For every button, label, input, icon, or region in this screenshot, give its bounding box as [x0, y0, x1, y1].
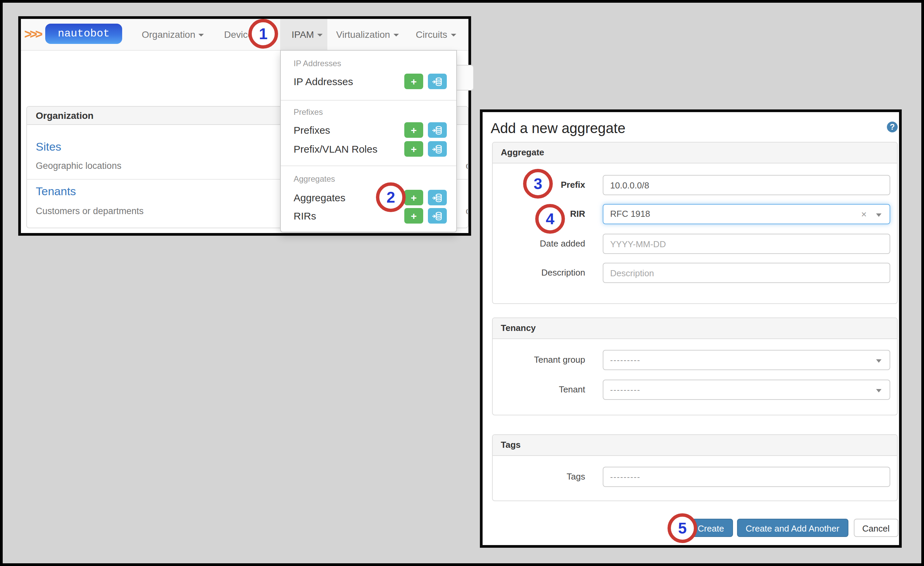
sites-link[interactable]: Sites — [36, 140, 62, 154]
menu-item-prefixes[interactable]: Prefixes + — [294, 121, 456, 139]
rir-select[interactable]: RFC 1918 × — [603, 204, 890, 224]
add-button[interactable]: + — [404, 122, 423, 138]
tenants-description: Customers or departments — [36, 206, 144, 216]
import-button[interactable] — [428, 208, 447, 224]
add-button[interactable]: + — [404, 141, 423, 157]
import-button[interactable] — [428, 122, 447, 138]
chevron-down-icon — [317, 34, 322, 37]
clear-selection-icon[interactable]: × — [861, 205, 867, 224]
truncated-text-fragment: on — [466, 206, 468, 216]
chevron-down-icon — [199, 34, 204, 37]
tenancy-section-title: Tenancy — [493, 318, 897, 339]
nautobot-chevrons-icon: >>> — [24, 19, 41, 50]
menu-item-rirs[interactable]: RIRs + — [294, 207, 456, 225]
description-field[interactable] — [603, 263, 890, 283]
ipam-dropdown-menu: IP Addresses IP Addresses + Prefixes Pre… — [280, 50, 457, 232]
tags-section: Tags Tags --------- — [492, 434, 898, 501]
truncated-text-fragment: or — [466, 161, 468, 171]
menu-section-header: IP Addresses — [294, 57, 456, 70]
tenant-select[interactable]: --------- — [603, 379, 890, 400]
nav-item-ipam[interactable]: IPAM — [292, 19, 322, 50]
date-added-label: Date added — [493, 234, 585, 254]
description-label: Description — [493, 263, 585, 283]
plus-icon: + — [411, 211, 417, 221]
plus-icon: + — [411, 144, 417, 154]
step-badge-3: 3 — [523, 169, 553, 199]
chevron-down-icon[interactable] — [876, 389, 882, 393]
add-button[interactable]: + — [404, 208, 423, 224]
menu-item-prefix-vlan-roles[interactable]: Prefix/VLAN Roles + — [294, 140, 456, 158]
help-icon[interactable]: ? — [887, 122, 898, 132]
database-import-icon — [432, 192, 443, 203]
import-button[interactable] — [428, 74, 447, 89]
menu-section-header: Prefixes — [294, 105, 456, 119]
tags-label: Tags — [493, 467, 585, 487]
nautobot-navbar: >>> nautobot Organization Devices IPAM V… — [21, 19, 468, 51]
tags-section-title: Tags — [493, 435, 897, 456]
chevron-down-icon[interactable] — [876, 214, 882, 217]
plus-icon: + — [411, 125, 417, 135]
add-button[interactable]: + — [404, 74, 423, 89]
aggregate-section-title: Aggregate — [493, 143, 897, 163]
chevron-down-icon[interactable] — [876, 359, 882, 363]
add-aggregate-button[interactable]: + — [404, 190, 423, 205]
tenant-group-selected-value: --------- — [610, 355, 640, 365]
tenant-selected-value: --------- — [610, 385, 640, 394]
menu-item-aggregates[interactable]: Aggregates + — [294, 188, 456, 207]
menu-divider — [281, 100, 456, 101]
rir-selected-value: RFC 1918 — [610, 209, 650, 219]
tags-input[interactable]: --------- — [603, 467, 890, 487]
screenshot-canvas: Organization Sites Geographic locations … — [0, 0, 924, 566]
date-added-field[interactable] — [603, 234, 890, 254]
page-title: Add a new aggregate — [490, 120, 626, 137]
database-import-icon — [432, 143, 443, 154]
sites-description: Geographic locations — [36, 161, 122, 171]
step-badge-1: 1 — [248, 19, 278, 49]
database-import-icon — [432, 211, 443, 221]
tenant-label: Tenant — [493, 379, 585, 400]
import-button[interactable] — [428, 141, 447, 157]
nav-item-circuits[interactable]: Circuits — [416, 19, 456, 50]
cancel-button[interactable]: Cancel — [854, 519, 898, 537]
tags-value: --------- — [610, 472, 640, 482]
tenant-group-select[interactable]: --------- — [603, 350, 890, 370]
nav-item-virtualization[interactable]: Virtualization — [336, 19, 399, 50]
step-badge-2: 2 — [376, 182, 406, 212]
nautobot-logo[interactable]: nautobot — [45, 24, 122, 44]
nav-item-organization[interactable]: Organization — [142, 19, 204, 50]
chevron-down-icon — [393, 34, 399, 37]
tenancy-section: Tenancy Tenant group --------- Tenant --… — [492, 318, 898, 415]
menu-section-header: Aggregates — [294, 172, 456, 186]
tenants-link[interactable]: Tenants — [36, 185, 76, 199]
import-button[interactable] — [428, 190, 447, 205]
plus-icon: + — [411, 193, 417, 203]
tenant-group-label: Tenant group — [493, 350, 585, 370]
step-badge-5: 5 — [668, 513, 697, 543]
database-import-icon — [432, 76, 443, 87]
chevron-down-icon — [450, 34, 456, 37]
step-badge-4: 4 — [535, 204, 565, 234]
prefix-field[interactable] — [603, 175, 890, 195]
create-and-add-another-button[interactable]: Create and Add Another — [737, 519, 848, 537]
plus-icon: + — [411, 76, 417, 86]
menu-divider — [281, 166, 456, 166]
menu-item-ip-addresses[interactable]: IP Addresses + — [294, 72, 456, 90]
database-import-icon — [432, 125, 443, 135]
